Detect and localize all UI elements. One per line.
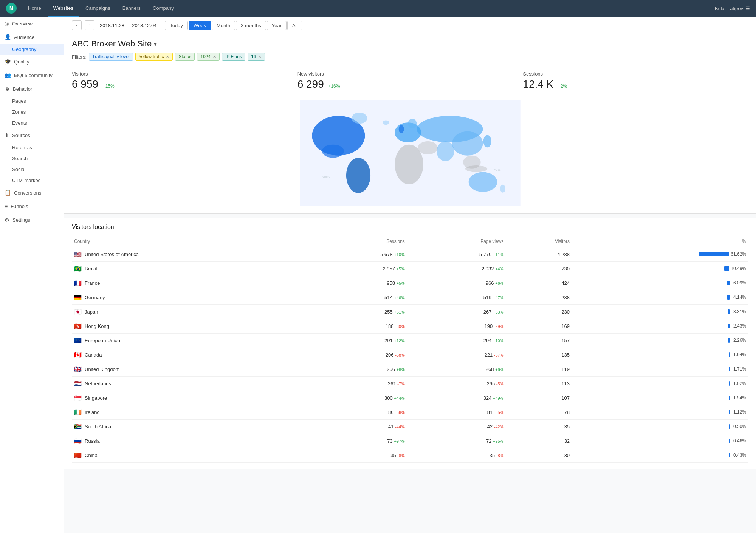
pct-bar-fill <box>729 352 730 357</box>
nav-home[interactable]: Home <box>23 0 46 17</box>
table-section: Visitors location Country Sessions Page … <box>64 218 756 469</box>
nav-company[interactable]: Company <box>147 0 179 17</box>
filter-status[interactable]: Status <box>175 53 195 61</box>
visitors-cell: 288 <box>506 290 572 305</box>
sidebar-item-quality[interactable]: 🎓 Quality <box>0 55 64 68</box>
sidebar-subitem-search[interactable]: Search <box>0 153 64 164</box>
filter-16[interactable]: 16 ✕ <box>248 53 265 61</box>
week-button[interactable]: Week <box>189 21 211 30</box>
filter-ip-flags[interactable]: IP Flags <box>222 53 245 61</box>
pct-bar-fill <box>729 381 730 386</box>
3months-button[interactable]: 3 months <box>236 21 266 30</box>
site-selector-icon[interactable]: ▾ <box>154 40 157 48</box>
overview-icon: ◎ <box>5 20 9 26</box>
pct-bar-fill <box>728 309 730 314</box>
filter-chip-label: IP Flags <box>225 54 242 59</box>
country-name: Ireland <box>85 409 100 415</box>
close-icon[interactable]: ✕ <box>258 54 262 59</box>
country-cell: 🇺🇸 United States of America <box>72 247 308 262</box>
visitors-cell: 169 <box>506 319 572 334</box>
top-nav: M Home Websites Campaigns Banners Compan… <box>0 0 756 17</box>
sidebar-item-settings[interactable]: ⚙ Settings <box>0 213 64 227</box>
sidebar-subitem-geography[interactable]: Geography <box>0 44 64 55</box>
country-cell: 🇫🇷 France <box>72 276 308 290</box>
quality-icon: 🎓 <box>5 59 11 65</box>
sidebar-subitem-pages[interactable]: Pages <box>0 96 64 107</box>
table-row: 🇷🇺 Russia 73 +97% 72 +95% 32 0.46% <box>72 434 748 448</box>
pct-cell: 3.31% <box>572 305 748 319</box>
pct-value: 6.09% <box>731 280 746 286</box>
year-button[interactable]: Year <box>267 21 287 30</box>
sidebar-subitem-events[interactable]: Events <box>0 117 64 128</box>
sidebar-item-mql5[interactable]: 👥 MQL5.community <box>0 68 64 82</box>
new-visitors-change: +16% <box>328 83 340 89</box>
sessions-cell: 80 -56% <box>308 405 407 420</box>
sidebar-item-behavior[interactable]: 🖱 Behavior <box>0 82 64 96</box>
pct-value: 1.12% <box>731 409 746 415</box>
country-name: Singapore <box>85 395 107 401</box>
sidebar-label-settings: Settings <box>12 217 30 223</box>
sessions-change: +44% <box>394 396 404 400</box>
sidebar-subitem-social[interactable]: Social <box>0 164 64 175</box>
user-menu-icon[interactable]: ☰ <box>745 6 750 11</box>
pageviews-cell: 72 +95% <box>407 434 506 448</box>
month-button[interactable]: Month <box>212 21 235 30</box>
pageviews-cell: 294 +10% <box>407 334 506 348</box>
filters-label: Filters: <box>72 54 87 60</box>
nav-campaigns[interactable]: Campaigns <box>80 0 116 17</box>
pv-change: +47% <box>493 295 503 300</box>
pv-change: -5% <box>496 382 504 386</box>
pageviews-cell: 966 +6% <box>407 276 506 290</box>
col-sessions: Sessions <box>308 236 407 247</box>
sidebar-label-audience: Audience <box>14 34 34 40</box>
nav-banners[interactable]: Banners <box>117 0 146 17</box>
page-header: ABC Broker Web Site ▾ Filters: Traffic q… <box>64 34 756 65</box>
world-map: Atlantic Pacific <box>70 100 750 206</box>
filter-yellow-traffic[interactable]: Yellow traffic ✕ <box>135 53 173 61</box>
stat-new-visitors: New visitors 6 299 +16% <box>297 71 523 90</box>
sessions-cell: 73 +97% <box>308 434 407 448</box>
country-name: China <box>85 453 98 458</box>
filter-traffic-quality[interactable]: Traffic quality level <box>89 53 133 61</box>
section-title: Visitors location <box>72 224 748 230</box>
today-button[interactable]: Today <box>165 21 188 30</box>
prev-button[interactable]: ‹ <box>72 20 82 30</box>
col-visitors: Visitors <box>506 236 572 247</box>
country-flag: 🇭🇰 <box>74 323 82 330</box>
country-name: Japan <box>85 309 98 315</box>
sidebar-item-funnels[interactable]: ≡ Funnels <box>0 199 64 213</box>
visitors-cell: 230 <box>506 305 572 319</box>
country-name: Russia <box>85 438 100 444</box>
pageviews-cell: 2 932 +4% <box>407 262 506 276</box>
close-icon[interactable]: ✕ <box>213 54 216 59</box>
filter-1024[interactable]: 1024 ✕ <box>197 53 220 61</box>
filters-bar: Filters: Traffic quality level Yellow tr… <box>72 53 748 65</box>
pageviews-cell: 42 -42% <box>407 420 506 434</box>
sidebar-item-conversions[interactable]: 📋 Conversions <box>0 186 64 199</box>
table-row: 🇿🇦 South Africa 41 -44% 42 -42% 35 0.50% <box>72 420 748 434</box>
sidebar-item-sources[interactable]: ⬆ Sources <box>0 128 64 142</box>
close-icon[interactable]: ✕ <box>166 54 169 59</box>
visitors-cell: 730 <box>506 262 572 276</box>
sessions-cell: 514 +46% <box>308 290 407 305</box>
sidebar-subitem-referrals[interactable]: Referrals <box>0 142 64 153</box>
nav-items: Home Websites Campaigns Banners Company <box>23 0 715 17</box>
pct-value: 4.14% <box>731 295 746 300</box>
sidebar-subitem-utm[interactable]: UTM-marked <box>0 175 64 186</box>
pv-change: -57% <box>494 353 504 357</box>
next-button[interactable]: › <box>85 20 94 30</box>
pv-change: +49% <box>493 396 503 400</box>
sidebar-item-audience[interactable]: 👤 Audience <box>0 30 64 44</box>
sessions-change: +97% <box>394 439 404 443</box>
pageviews-cell: 221 -57% <box>407 348 506 362</box>
sidebar-subitem-zones[interactable]: Zones <box>0 107 64 117</box>
sidebar-item-overview[interactable]: ◎ Overview <box>0 17 64 30</box>
stats-row: Visitors 6 959 +15% New visitors 6 299 +… <box>64 65 756 94</box>
table-row: 🇧🇷 Brazil 2 957 +5% 2 932 +4% 730 10.49% <box>72 262 748 276</box>
svg-point-17 <box>465 165 487 172</box>
nav-websites[interactable]: Websites <box>48 0 79 17</box>
all-button[interactable]: All <box>287 21 302 30</box>
visitors-cell: 119 <box>506 362 572 377</box>
country-flag: 🇿🇦 <box>74 423 82 430</box>
country-flag: 🇧🇷 <box>74 265 82 272</box>
